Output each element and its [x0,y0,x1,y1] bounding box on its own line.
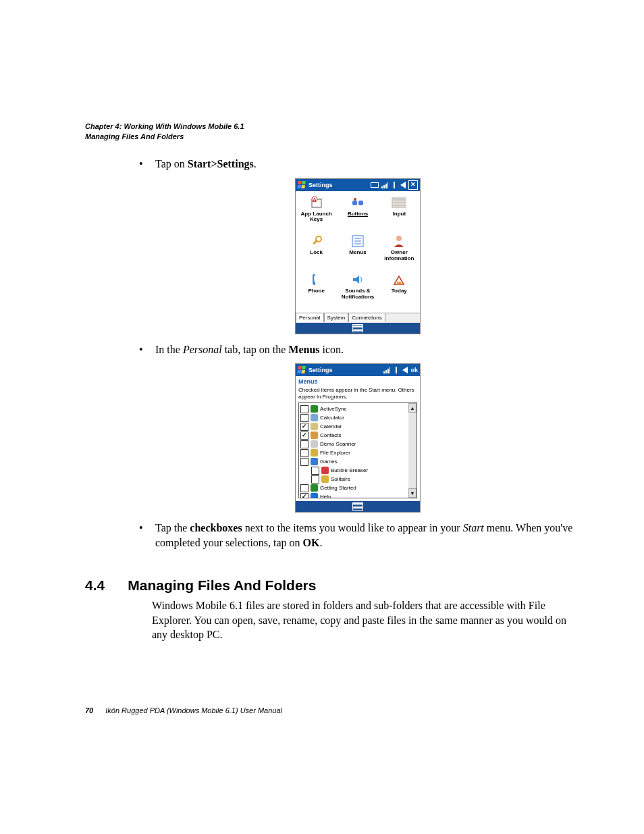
list-item-label: Games [320,459,338,465]
menus[interactable]: Menus [337,232,378,269]
list-item[interactable]: ActiveSync [300,405,407,413]
list-item-label: Contacts [320,432,342,438]
list-item[interactable]: ✓Contacts [300,431,407,440]
list-item[interactable]: Bubble Breaker [300,466,407,475]
bullet-3: Tap the checkboxes next to the items you… [135,521,581,550]
section-body: Windows Mobile 6.1 files are stored in f… [152,598,570,642]
svg-point-5 [354,198,356,201]
owner-information[interactable]: Owner Information [379,232,420,269]
window-title: Settings [308,182,333,188]
checkbox[interactable] [300,449,308,457]
svg-rect-4 [358,201,363,205]
close-button[interactable]: ✕ [408,180,418,190]
today[interactable]: Today [379,271,420,308]
app-icon [311,440,318,448]
list-item[interactable]: Calculator [300,413,407,422]
bullet-2: In the Personal tab, tap on the Menus ic… [135,342,581,357]
checkbox[interactable] [311,467,319,475]
checkbox[interactable]: ✓ [300,423,308,431]
list-item-label: Calendar [320,423,342,429]
app-launch-keys[interactable]: AApp Launch Keys [296,194,337,231]
checkbox[interactable] [300,484,308,492]
app-icon [311,432,318,439]
body-column: Tap on Start>Settings. Settings ✕ AApp L… [135,157,581,554]
checkbox[interactable]: ✓ [300,432,308,440]
bullet-1: Tap on Start>Settings. [135,157,581,172]
app-icon [321,467,329,474]
screen-icon [371,182,379,188]
soft-keybar [296,323,420,334]
ok-button[interactable]: ok [410,367,418,373]
signal-icon [381,182,388,188]
checkbox[interactable] [300,414,308,422]
list-item[interactable]: Demo Scanner [300,440,407,448]
checkbox[interactable] [300,458,308,466]
svg-rect-3 [352,201,357,205]
section-title: Managing Files And Folders [128,577,316,594]
list-item-label: ActiveSync [320,406,347,412]
app-icon [311,458,318,465]
svg-point-16 [396,236,402,241]
tab-connections[interactable]: Connections [348,313,385,322]
section-heading: 4.4 Managing Files And Folders [85,577,581,594]
list-item-label: Help [320,494,331,498]
page-number: 70 [85,706,93,714]
app-icon [321,475,329,483]
list-item[interactable]: Solitaire [300,475,407,484]
page-footer: 70Ikôn Rugged PDA (Windows Mobile 6.1) U… [85,706,282,714]
list-item-label: Calculator [320,415,344,421]
phone[interactable]: Phone [296,271,337,308]
settings-tabs: Personal System Connections [296,313,420,323]
window-title: Settings [308,367,333,373]
section-number: 4.4 [85,577,105,594]
list-item[interactable]: ✓Help [300,492,407,498]
checkbox[interactable]: ✓ [300,493,308,499]
buttons[interactable]: Buttons [337,194,378,231]
footer-title: Ikôn Rugged PDA (Windows Mobile 6.1) Use… [105,706,282,714]
screen-heading: Menus [296,376,420,387]
volume-icon [402,367,408,373]
list-item-label: File Explorer [320,450,350,456]
scroll-down-icon[interactable]: ▼ [408,488,417,498]
keyboard-icon[interactable] [352,324,363,332]
tab-personal[interactable]: Personal [296,313,324,322]
list-item[interactable]: Getting Started [300,484,407,492]
scrollbar[interactable]: ▲ ▼ [408,403,417,498]
scroll-up-icon[interactable]: ▲ [408,403,417,413]
list-item[interactable]: File Explorer [300,448,407,457]
settings-grid: AApp Launch Keys Buttons Input Lock Menu… [296,191,420,313]
app-icon [311,423,318,430]
list-item[interactable]: Games [300,457,407,466]
settings-screenshot: Settings ✕ AApp Launch Keys Buttons Inpu… [295,178,421,334]
app-icon [311,449,318,457]
checkbox[interactable] [300,440,308,448]
start-icon[interactable] [297,366,306,374]
titlebar: Settings ✕ [296,179,420,191]
list-item-label: Bubble Breaker [331,467,368,473]
list-item-label: Getting Started [320,485,356,491]
menus-screenshot: Settings ok Menus Checked items appear i… [295,363,421,513]
list-item-label: Solitaire [331,476,350,482]
app-icon [311,484,318,492]
tab-system[interactable]: System [324,313,349,322]
start-icon[interactable] [297,181,306,189]
page-header: Chapter 4: Working With Windows Mobile 6… [85,122,244,142]
titlebar: Settings ok [296,364,420,376]
input[interactable]: Input [379,194,420,231]
menu-list: ActiveSyncCalculator✓Calendar✓ContactsDe… [298,402,417,498]
checkbox[interactable] [311,475,319,484]
antenna-icon [393,367,400,373]
chapter-line: Chapter 4: Working With Windows Mobile 6… [85,122,244,132]
signal-icon [383,367,390,373]
soft-keybar [296,501,420,512]
lock[interactable]: Lock [296,232,337,269]
svg-marker-17 [353,276,359,284]
antenna-icon [391,182,398,188]
app-icon [311,493,318,498]
checkbox[interactable] [300,405,308,413]
sounds-notifications[interactable]: Sounds & Notifications [337,271,378,308]
app-icon [311,405,318,413]
svg-text:A: A [313,197,316,202]
list-item[interactable]: ✓Calendar [300,422,407,431]
keyboard-icon[interactable] [352,502,363,511]
